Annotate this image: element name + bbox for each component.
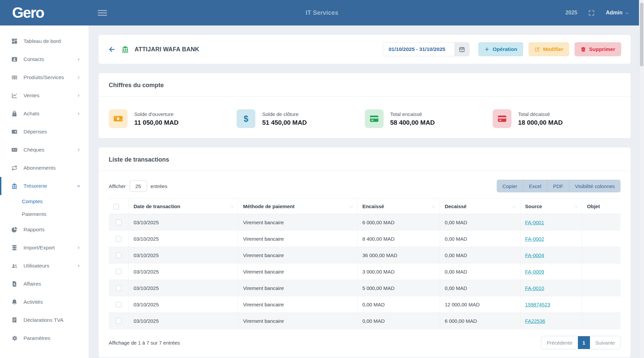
- sidebar-item-depenses[interactable]: Dépenses: [0, 123, 89, 141]
- plus-icon: [484, 47, 490, 52]
- export-copier-button[interactable]: Copier: [497, 180, 523, 192]
- scrollbar-thumb[interactable]: [640, 3, 643, 66]
- column-header-objet[interactable]: Objet: [582, 199, 621, 214]
- cell-method: Virement bancaire: [238, 247, 357, 263]
- table-row: 03/10/2025Virement bancaire0,00 MAD6 000…: [109, 313, 621, 329]
- previous-page-button[interactable]: Précédente: [541, 336, 578, 349]
- sort-icon: ↑↓: [432, 204, 435, 208]
- divider: [99, 96, 631, 97]
- sidebar-item-contacts[interactable]: Contacts: [0, 50, 89, 68]
- source-link[interactable]: FA22536: [525, 318, 545, 324]
- column-header-encaisse[interactable]: Encaissé↑↓: [357, 199, 440, 214]
- row-checkbox[interactable]: [116, 269, 121, 275]
- sidebar-item-tresorerie[interactable]: Trésorerie: [0, 177, 89, 195]
- cell-text: Virement bancaire: [243, 236, 284, 242]
- fullscreen-icon[interactable]: [588, 9, 595, 16]
- account-name: ATTIJARI WAFA BANK: [135, 46, 199, 53]
- add-operation-button[interactable]: Opération: [478, 42, 523, 56]
- calendar-icon[interactable]: [454, 43, 469, 56]
- sidebar-item-cheques[interactable]: Chéques: [0, 141, 89, 159]
- export-pdf-button[interactable]: PDF: [547, 180, 569, 192]
- column-header-decaisse[interactable]: Decaissé↑↓: [440, 199, 520, 214]
- chevron-right-icon: [77, 246, 81, 250]
- sidebar-item-import-export[interactable]: Import/Export: [0, 239, 89, 257]
- modify-button[interactable]: Modifier: [529, 42, 569, 56]
- cell-received: 8 400,00 MAD: [357, 231, 440, 247]
- source-link[interactable]: FA-0004: [525, 252, 544, 258]
- barcode-icon: [11, 74, 18, 81]
- cell-text: 03/10/2025: [134, 252, 159, 258]
- delete-button[interactable]: Supprimer: [575, 42, 621, 56]
- chevron-down-icon: [77, 184, 81, 188]
- stat-total-encaisse: Total encaissé58 400,00 MAD: [365, 109, 493, 128]
- source-link[interactable]: FA-0002: [525, 236, 544, 242]
- sidebar-item-utilisateurs[interactable]: Utilisateurs: [0, 257, 89, 275]
- sidebar-item-abonnements[interactable]: Abonnements: [0, 159, 89, 177]
- stat-value: 11 050,00 MAD: [134, 119, 179, 126]
- cell-spent: 0,00 MAD: [440, 280, 520, 296]
- column-header-date-de-transaction[interactable]: Date de transaction↑↓: [129, 199, 238, 214]
- column-label: Date de transaction: [134, 203, 180, 209]
- cell-method: Virement bancaire: [238, 214, 357, 231]
- sidebar-item-label: Ventes: [23, 93, 71, 99]
- sidebar-item-affaires[interactable]: $Affaires: [0, 275, 89, 293]
- sidebar-item-label: Tableau de bord: [23, 38, 81, 44]
- cell-received: 0,00 MAD: [357, 313, 440, 329]
- hamburger-menu-icon[interactable]: [98, 9, 107, 17]
- year-selector[interactable]: 2025: [565, 10, 578, 16]
- sidebar-item-activites[interactable]: Activités: [0, 293, 89, 311]
- current-page-button[interactable]: 1: [578, 336, 590, 349]
- back-arrow-icon[interactable]: [108, 46, 116, 53]
- export-visibilite-colonnes-button[interactable]: Visibilité colonnes: [569, 180, 621, 192]
- cell-spent: 0,00 MAD: [440, 231, 520, 247]
- repeat-icon: [11, 165, 18, 171]
- sidebar-subitem-comptes[interactable]: Comptes: [0, 195, 89, 208]
- date-range-input[interactable]: [383, 43, 454, 56]
- transactions-table: Date de transaction↑↓Méthode de paiement…: [109, 198, 621, 329]
- sidebar-item-tableau-de-bord[interactable]: Tableau de bord: [0, 32, 89, 50]
- sidebar-item-parametres[interactable]: Paramètres: [0, 329, 89, 347]
- source-link[interactable]: FA-0009: [525, 269, 544, 275]
- column-header-methode-de-paiement[interactable]: Méthode de paiement↑↓: [238, 199, 357, 214]
- row-checkbox[interactable]: [116, 252, 121, 258]
- source-link[interactable]: FA-0001: [525, 220, 544, 225]
- cell-text: 0,00 MAD: [362, 318, 385, 324]
- source-link[interactable]: 159874523: [525, 302, 550, 307]
- source-link[interactable]: FA-0010: [525, 285, 544, 291]
- row-checkbox[interactable]: [116, 285, 121, 291]
- sidebar-subitem-paiements[interactable]: Paiements: [0, 208, 89, 221]
- cell-spent: 12 000,00 MAD: [440, 296, 520, 313]
- table-row: 03/10/2025Virement bancaire5 000,00 MAD0…: [109, 280, 621, 296]
- column-header-source[interactable]: Source↑↓: [520, 199, 582, 214]
- next-page-button[interactable]: Suivante: [590, 336, 620, 349]
- date-range-group: [383, 42, 469, 56]
- row-checkbox[interactable]: [116, 302, 121, 307]
- page-size-input[interactable]: [130, 180, 147, 192]
- user-menu[interactable]: Admin: [606, 10, 629, 16]
- select-all-checkbox[interactable]: [113, 204, 119, 210]
- app-logo[interactable]: Gero: [12, 4, 44, 21]
- cell-date: 03/10/2025: [129, 296, 238, 313]
- row-checkbox[interactable]: [116, 318, 121, 324]
- sidebar-item-label: Rapports: [23, 227, 81, 233]
- cell-spent: 0,00 MAD: [440, 247, 520, 263]
- column-label: Decaissé: [445, 203, 466, 209]
- sidebar-item-ventes[interactable]: Ventes: [0, 86, 89, 105]
- cell-source: FA-0001: [520, 214, 582, 231]
- pagination: Précédente 1 Suivante: [541, 336, 621, 349]
- row-checkbox[interactable]: [116, 220, 121, 225]
- sidebar-item-produits-services[interactable]: Produits/Services: [0, 68, 89, 86]
- main-content: ATTIJARI WAFA BANK Opération Modifier Su…: [89, 25, 644, 358]
- page-scrollbar[interactable]: [639, 0, 644, 358]
- row-checkbox[interactable]: [116, 236, 121, 242]
- table-row: 03/10/2025Virement bancaire8 400,00 MAD0…: [109, 231, 621, 247]
- sidebar-item-declarations-tva[interactable]: Déclarations TVA: [0, 311, 89, 329]
- export-excel-button[interactable]: Excel: [523, 180, 547, 192]
- cell-date: 03/10/2025: [129, 263, 238, 280]
- cell-text: 03/10/2025: [134, 236, 159, 242]
- wallet-icon: [11, 128, 18, 135]
- sidebar-item-rapports[interactable]: Rapports: [0, 221, 89, 239]
- cell-method: Virement bancaire: [238, 313, 357, 329]
- sidebar-item-achats[interactable]: Achats: [0, 105, 89, 123]
- cell-text: Virement bancaire: [243, 220, 284, 225]
